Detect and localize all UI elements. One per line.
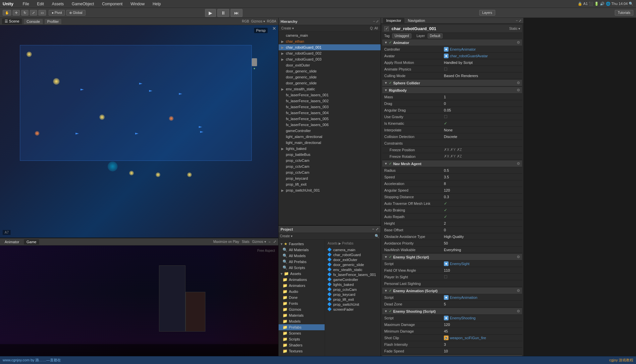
- toolbar-step-button[interactable]: ⏭: [231, 9, 242, 17]
- auto-repath-check[interactable]: ✓: [444, 214, 447, 219]
- hier-game-controller[interactable]: gameController: [279, 128, 381, 134]
- project-create-btn[interactable]: Create ▾: [280, 234, 292, 238]
- asset-fx-laser[interactable]: 🔷fx_laserFence_lasers_001: [326, 272, 379, 277]
- hier-prop-lift[interactable]: prop_lift_exit: [279, 181, 381, 187]
- navmesh-settings-icon[interactable]: ⚙: [517, 161, 520, 166]
- scene-close-icon[interactable]: ✕: [272, 26, 276, 31]
- hier-door-generic-2[interactable]: door_generic_slide: [279, 74, 381, 80]
- menu-edit[interactable]: Edit: [36, 1, 45, 7]
- hier-char-robot-002[interactable]: ▶char_robotGuard_002: [279, 50, 381, 56]
- game-maximize[interactable]: Maximize on Play: [213, 240, 239, 244]
- tab-profiler[interactable]: Profiler: [45, 19, 62, 24]
- scene-rgb-toggle[interactable]: RGB: [242, 20, 249, 23]
- max-damage-value[interactable]: 120: [444, 323, 520, 327]
- toolbar-pivot-button[interactable]: ● Pivot: [49, 10, 65, 16]
- controller-value[interactable]: ■ EnemyAnimator: [444, 47, 520, 52]
- project-materials[interactable]: 📁 Materials: [279, 312, 325, 318]
- scene-canvas[interactable]: Persp ✕ ●: [0, 25, 278, 238]
- asset-prop-switch[interactable]: 🔷prop_switchUnit: [326, 302, 379, 307]
- player-in-sight-check[interactable]: ☐: [444, 275, 448, 279]
- navmesh-walkable-value[interactable]: Everything: [444, 248, 520, 252]
- enemy-sight-script-value[interactable]: ■ EnemySight: [444, 261, 520, 266]
- acceleration-value[interactable]: 8: [444, 182, 520, 186]
- asset-env-stealth[interactable]: 🔷env_stealth_static: [326, 267, 379, 272]
- project-all-materials[interactable]: 🔍 All Materials: [279, 247, 325, 253]
- hier-char-robot-003[interactable]: ▶char_robotGuard_003: [279, 56, 381, 62]
- shot-clip-value[interactable]: 🔊 weapon_sciFiGun_fire: [444, 336, 520, 340]
- hier-fx-laser-001[interactable]: fx_laserFence_lasers_001: [279, 92, 381, 98]
- tab-console[interactable]: Console: [24, 19, 42, 24]
- asset-prop-key[interactable]: 🔷prop_keycard: [326, 292, 379, 297]
- asset-screen-fader[interactable]: 🔷screenFader: [326, 307, 379, 312]
- rigidbody-settings-icon[interactable]: ⚙: [517, 88, 520, 92]
- hier-door-exit[interactable]: door_exitOuter: [279, 62, 381, 68]
- sphere-settings-icon[interactable]: ⚙: [517, 81, 520, 85]
- enemy-anim-script-value[interactable]: ■ EnemyAnimation: [444, 295, 520, 300]
- fade-speed-value[interactable]: 10: [444, 349, 520, 353]
- project-fonts[interactable]: 📁 Fonts: [279, 300, 325, 306]
- game-gizmos[interactable]: Gizmos ▾: [252, 240, 266, 244]
- hier-fx-laser-003[interactable]: fx_laserFence_lasers_003: [279, 104, 381, 110]
- radius-value[interactable]: 0.5: [444, 168, 520, 172]
- project-textures[interactable]: 📁 Textures: [279, 348, 325, 354]
- hier-light-main[interactable]: light_main_directional: [279, 140, 381, 146]
- auto-traverse-check[interactable]: ✓: [444, 201, 447, 206]
- project-animators[interactable]: 📁 Animators: [279, 283, 325, 289]
- hier-char-ethan[interactable]: ▶char_ethan: [279, 38, 381, 44]
- project-all-prefabs[interactable]: 🔍 All Prefabs: [279, 259, 325, 265]
- hierarchy-minimize[interactable]: −: [373, 20, 375, 23]
- tab-animator[interactable]: Animator: [2, 239, 22, 245]
- dead-zone-value[interactable]: 5: [444, 302, 520, 306]
- angular-speed-value[interactable]: 120: [444, 188, 520, 192]
- scene-gizmos-toggle[interactable]: Gizmos ▾: [251, 20, 265, 23]
- toolbar-hand-tool[interactable]: ✋: [3, 10, 11, 16]
- toolbar-layers-button[interactable]: Layers: [479, 10, 495, 16]
- avoidance-priority-value[interactable]: 50: [444, 241, 520, 245]
- game-stats[interactable]: Stats: [242, 240, 249, 244]
- asset-lights[interactable]: 🔷lights_baked: [326, 282, 379, 287]
- animator-header[interactable]: ▼ ✓ Animator ⚙: [382, 39, 522, 46]
- interpolate-value[interactable]: None: [444, 128, 520, 132]
- project-scenes[interactable]: 📁 Scenes: [279, 330, 325, 336]
- toolbar-rect-tool[interactable]: ▭: [38, 10, 46, 16]
- scene-minimize-icon[interactable]: −: [269, 240, 271, 244]
- height-value[interactable]: 2: [444, 221, 520, 225]
- toolbar-pause-button[interactable]: ⏸: [217, 9, 229, 17]
- inspector-maximize[interactable]: ⤢: [519, 19, 521, 23]
- hierarchy-list[interactable]: camera_main ▶char_ethan ▶char_robotGuard…: [279, 32, 381, 225]
- stopping-distance-value[interactable]: 0.3: [444, 195, 520, 199]
- asset-door-slide[interactable]: 🔷door_generic_slide: [326, 262, 379, 267]
- menu-component[interactable]: Component: [101, 1, 124, 7]
- toolbar-tutorials-button[interactable]: Tutorials: [615, 10, 633, 16]
- enemy-shoot-settings-icon[interactable]: ⚙: [517, 309, 520, 313]
- hier-fx-laser-002[interactable]: fx_laserFence_lasers_002: [279, 98, 381, 104]
- project-prefabs[interactable]: 📁 Prefabs: [279, 324, 325, 330]
- animate-physics-check[interactable]: ☐: [444, 67, 448, 71]
- menu-file[interactable]: File: [22, 1, 30, 7]
- obstacle-avoidance-value[interactable]: High Quality: [444, 235, 520, 239]
- hier-char-robot-001[interactable]: ▶char_robotGuard_001: [279, 44, 381, 50]
- enemy-sight-header[interactable]: ▼ ✓ Enemy Sight (Script) ⚙: [382, 254, 522, 260]
- hier-light-alarm[interactable]: light_alarm_directional: [279, 134, 381, 140]
- hier-door-generic-1[interactable]: door_generic_slide: [279, 68, 381, 74]
- asset-camera-main[interactable]: 🔷camera_main: [326, 247, 379, 252]
- inspector-minimize[interactable]: −: [516, 19, 518, 23]
- menu-help[interactable]: Help: [151, 1, 162, 7]
- enemy-sight-settings-icon[interactable]: ⚙: [517, 255, 520, 259]
- scene-view[interactable]: ☰ Scene Console Profiler RGB Gizmos ▾ RG…: [0, 18, 278, 238]
- animator-settings-icon[interactable]: ⚙: [517, 40, 520, 45]
- hier-fx-laser-006[interactable]: fx_laserFence_lasers_006: [279, 122, 381, 128]
- object-active-checkbox[interactable]: ✓: [384, 26, 389, 31]
- drag-value[interactable]: 0: [444, 102, 520, 106]
- project-gizmos[interactable]: 📁 Gizmos: [279, 306, 325, 312]
- menu-assets[interactable]: Assets: [51, 1, 65, 7]
- menu-gameobject[interactable]: GameObject: [71, 1, 95, 7]
- hier-door-generic-3[interactable]: door_generic_slide: [279, 80, 381, 86]
- nav-mesh-agent-header[interactable]: ▼ ✓ Nav Mesh Agent ⚙: [382, 160, 522, 167]
- tab-game[interactable]: Game: [24, 239, 39, 245]
- toolbar-global-button[interactable]: ⊕ Global: [66, 10, 85, 16]
- asset-prop-cctv[interactable]: 🔷prop_cctvCam: [326, 287, 379, 292]
- asset-game-ctrl[interactable]: 🔷gameController: [326, 277, 379, 282]
- hier-prop-cctv-1[interactable]: prop_cctvCam: [279, 158, 381, 163]
- hierarchy-create-btn[interactable]: Create ▾: [280, 26, 295, 30]
